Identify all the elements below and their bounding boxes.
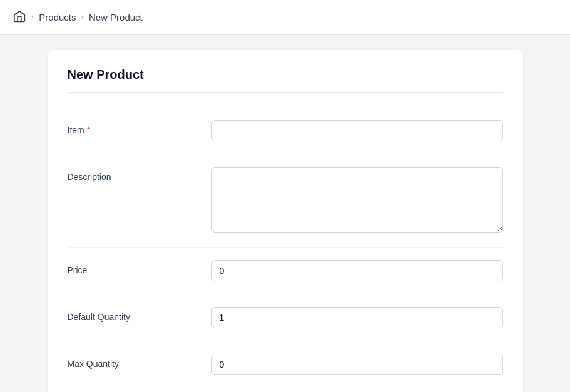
description-row: Description <box>68 154 503 248</box>
main-content: New Product Item * Description Price <box>0 35 570 392</box>
breadcrumb-products[interactable]: Products <box>39 12 76 23</box>
default-quantity-input[interactable] <box>211 307 503 328</box>
price-label: Price <box>68 260 211 275</box>
max-quantity-row: Max Quantity <box>68 341 503 388</box>
item-row: Item * <box>68 108 503 154</box>
breadcrumb-chevron-2: › <box>81 13 84 22</box>
default-quantity-input-wrap <box>211 307 503 328</box>
form-title: New Product <box>68 68 503 93</box>
max-quantity-input[interactable] <box>211 354 503 375</box>
tax-category-row: Tax Category Physical Goods Digital Good… <box>68 388 503 392</box>
price-input[interactable] <box>211 260 503 281</box>
item-input-wrap <box>211 120 503 141</box>
price-input-wrap <box>211 260 503 281</box>
description-input[interactable] <box>211 167 503 233</box>
description-input-wrap <box>211 167 503 234</box>
price-row: Price <box>68 248 503 294</box>
max-quantity-label: Max Quantity <box>68 354 211 369</box>
item-input[interactable] <box>211 120 503 141</box>
breadcrumb-chevron-1: › <box>31 13 34 22</box>
form-card: New Product Item * Description Price <box>48 50 523 392</box>
breadcrumb-new-product: New Product <box>89 12 143 23</box>
default-quantity-label: Default Quantity <box>68 307 211 322</box>
item-label: Item * <box>68 120 211 135</box>
description-label: Description <box>68 167 211 182</box>
home-icon[interactable] <box>13 9 26 25</box>
default-quantity-row: Default Quantity <box>68 294 503 341</box>
item-required-star: * <box>87 125 90 135</box>
max-quantity-input-wrap <box>211 354 503 375</box>
breadcrumb-bar: › Products › New Product <box>0 0 570 35</box>
